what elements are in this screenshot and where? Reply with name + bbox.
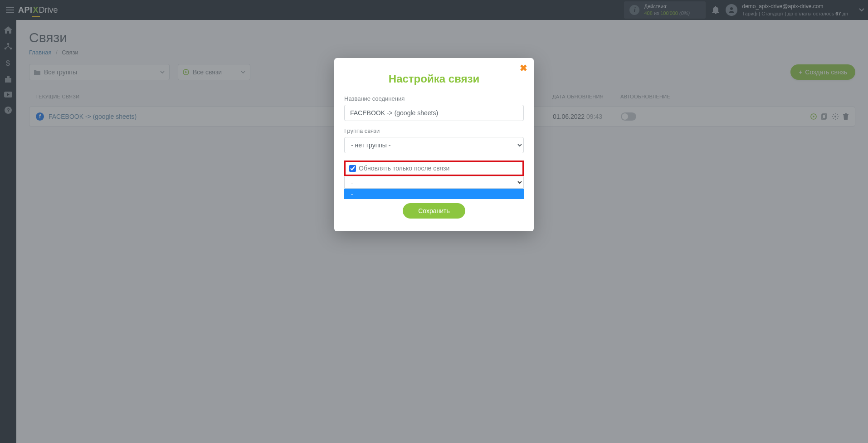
update-after-connection-checkbox[interactable] <box>349 165 356 172</box>
after-connection-select[interactable]: - <box>344 176 524 189</box>
modal-title: Настройка связи <box>344 73 524 85</box>
close-icon[interactable]: ✖ <box>520 63 527 73</box>
name-label: Название соединения <box>344 95 524 102</box>
connection-group-select[interactable]: - нет группы - <box>344 137 524 153</box>
save-button[interactable]: Сохранить <box>403 203 465 219</box>
modal-overlay: ✖ Настройка связи Название соединения Гр… <box>0 0 868 443</box>
connection-name-input[interactable] <box>344 105 524 121</box>
connection-settings-modal: ✖ Настройка связи Название соединения Гр… <box>334 58 534 231</box>
group-label: Группа связи <box>344 127 524 134</box>
select-open-option[interactable]: - <box>344 189 524 199</box>
update-after-connection-label: Обновлять только после связи <box>359 165 449 172</box>
update-after-connection-block[interactable]: Обновлять только после связи <box>344 161 524 176</box>
